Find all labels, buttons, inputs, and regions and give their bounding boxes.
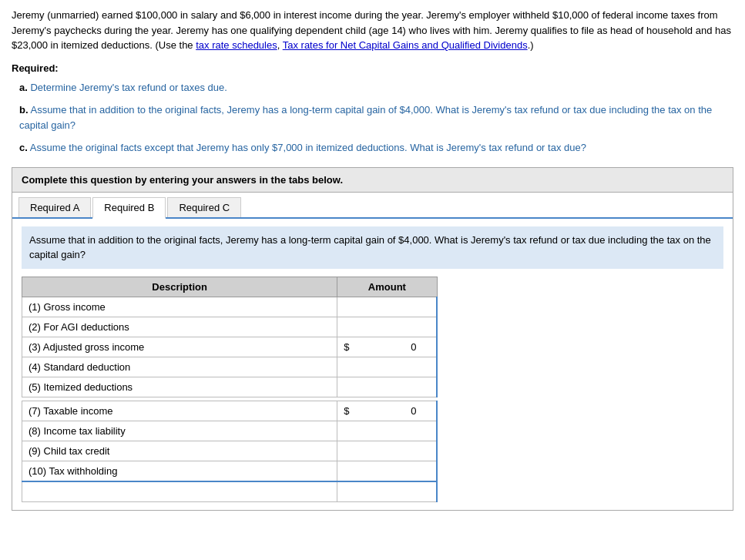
tax-table: Description Amount (1) Gross income (2) … [22,277,438,502]
question-b: b. Assume that in addition to the origin… [12,102,733,132]
row-3-amt: $ [337,337,437,357]
table-row: (2) For AGI deductions [22,317,438,337]
table-row: (1) Gross income [22,297,438,317]
tax-rates-net-capital-link[interactable]: Tax rates for Net Capital Gains and Qual… [283,39,528,51]
row-7-desc: (7) Taxable income [22,401,337,421]
question-a-letter: a. [19,82,28,93]
row-2-input[interactable] [361,320,430,334]
row-8-input[interactable] [361,424,430,438]
col-header-amount: Amount [337,277,437,297]
table-row: (5) Itemized deductions [22,377,438,397]
bottom-amt [337,481,437,502]
bottom-desc [22,481,337,502]
question-b-letter: b. [19,104,29,116]
row-5-amt [337,377,437,397]
table-row: (7) Taxable income $ [22,401,438,421]
col-header-description: Description [22,277,337,297]
tab-b-content: Assume that in addition to the original … [12,219,733,510]
tab-required-a[interactable]: Required A [18,197,91,217]
row-1-desc: (1) Gross income [22,297,337,317]
row-9-desc: (9) Child tax credit [22,441,337,461]
question-a-text: Determine Jeremy's tax refund or taxes d… [30,82,227,93]
question-a: a. Determine Jeremy's tax refund or taxe… [12,80,733,96]
tab-b-description: Assume that in addition to the original … [22,226,723,269]
row-9-amt [337,441,437,461]
row-10-desc: (10) Tax withholding [22,461,337,481]
row-4-input[interactable] [361,360,430,374]
question-c-letter: c. [19,142,28,153]
row-10-amt [337,461,437,481]
dollar-sign-3: $ [344,341,349,353]
tabs-row: Required A Required B Required C [12,193,733,219]
row-8-desc: (8) Income tax liability [22,421,337,441]
row-2-amt [337,317,437,337]
row-5-desc: (5) Itemized deductions [22,377,337,397]
row-5-input[interactable] [361,381,430,394]
row-10-input[interactable] [361,464,430,478]
row-7-amt: $ [337,401,437,421]
row-3-input[interactable] [349,340,418,354]
complete-box-header: Complete this question by entering your … [12,168,733,193]
row-1-input[interactable] [361,300,430,314]
tab-required-c[interactable]: Required C [167,197,241,217]
row-4-amt [337,357,437,377]
dollar-sign-7: $ [344,405,349,417]
complete-box: Complete this question by entering your … [12,167,733,511]
bottom-input[interactable] [361,485,430,498]
tax-rate-schedules-link[interactable]: tax rate schedules [196,39,277,51]
row-9-input[interactable] [361,444,430,458]
row-3-desc: (3) Adjusted gross income [22,337,337,357]
question-c: c. Assume the original facts except that… [12,140,733,156]
intro-paragraph: Jeremy (unmarried) earned $100,000 in sa… [12,8,733,53]
row-2-desc: (2) For AGI deductions [22,317,337,337]
bottom-row [22,481,438,502]
row-1-amt [337,297,437,317]
row-8-amt [337,421,437,441]
table-row: (9) Child tax credit [22,441,438,461]
question-c-text: Assume the original facts except that Je… [30,142,586,153]
tab-required-b[interactable]: Required B [92,197,166,219]
table-row: (10) Tax withholding [22,461,438,481]
row-4-desc: (4) Standard deduction [22,357,337,377]
table-row: (4) Standard deduction [22,357,438,377]
table-row: (3) Adjusted gross income $ [22,337,438,357]
question-b-text: Assume that in addition to the original … [19,104,712,131]
row-7-input[interactable] [349,404,418,417]
table-row: (8) Income tax liability [22,421,438,441]
required-label: Required: [12,62,733,74]
